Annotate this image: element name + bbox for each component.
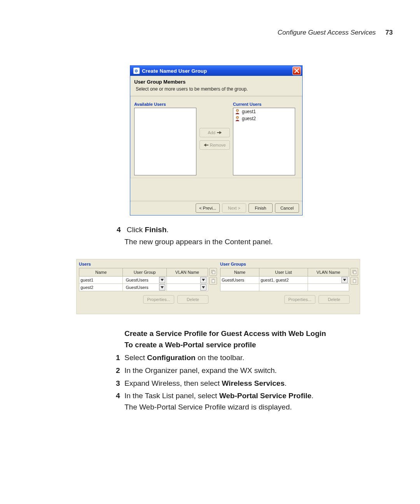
step-line: 3 Expand Wireless, then select Wireless … [124, 378, 373, 389]
vlan-combo[interactable] [168, 277, 206, 283]
step-line: 4 In the Task List panel, select Web-Por… [124, 390, 373, 402]
step-result: The Web-Portal Service Profile wizard is… [124, 402, 373, 413]
current-users-col: Current Users guest1 guest2 [233, 102, 295, 175]
wizard-footer: < Previ... Next > Finish Cancel [196, 203, 299, 213]
copy-icon-button[interactable] [350, 268, 358, 276]
panel-subtext: Select one or more users to be members o… [130, 86, 302, 96]
step-number: 2 [116, 365, 120, 376]
lists-area: Available Users Add Remove [130, 97, 302, 178]
cell-group-name: GuestUsers [220, 276, 259, 284]
add-button[interactable]: Add [200, 128, 230, 137]
available-users-label: Available Users [134, 102, 196, 107]
chevron-down-icon [341, 277, 348, 283]
cell-name: guest1 [79, 276, 123, 284]
footer-separator [130, 201, 302, 202]
step-4-suffix: . [166, 226, 168, 234]
groups-table[interactable]: Name User List VLAN Name GuestUsers gues… [220, 268, 349, 291]
properties-button[interactable]: Properties... [284, 295, 315, 304]
window-title: Create Named User Group [142, 68, 207, 74]
paste-icon-button[interactable] [209, 277, 217, 285]
step-number: 1 [116, 352, 120, 364]
section-heading-1: Create a Service Profile for Guest Acces… [124, 328, 373, 340]
page-number: 73 [385, 29, 393, 36]
chevron-down-icon [200, 284, 206, 290]
current-users-label: Current Users [233, 102, 295, 107]
user-icon [235, 116, 240, 121]
chevron-down-icon [200, 277, 206, 283]
svg-rect-9 [354, 279, 355, 280]
users-table-col: Users Name User Group VLAN Name guest1 G… [79, 262, 216, 304]
page: Configure Guest Access Services 73 ⚙ Cre… [0, 0, 420, 504]
users-table[interactable]: Name User Group VLAN Name guest1 GuestUs… [79, 268, 208, 291]
create-user-group-dialog: ⚙ Create Named User Group User Group Mem… [130, 65, 303, 215]
lower-body: Create a Service Profile for Guest Acces… [124, 328, 373, 413]
user-icon [235, 109, 240, 114]
next-button[interactable]: Next > [222, 203, 246, 213]
copy-icon-button[interactable] [209, 268, 217, 276]
properties-button[interactable]: Properties... [143, 295, 174, 304]
step-number: 3 [116, 378, 120, 389]
col-user-group[interactable]: User Group [123, 268, 166, 276]
available-users-col: Available Users [134, 102, 196, 175]
delete-button[interactable]: Delete [318, 295, 350, 304]
cancel-button[interactable]: Cancel [275, 203, 299, 213]
users-table-title: Users [79, 262, 216, 266]
col-name[interactable]: Name [79, 268, 123, 276]
remove-button-label: Remove [210, 143, 226, 147]
col-vlan[interactable]: VLAN Name [166, 268, 208, 276]
paste-icon-button[interactable] [350, 277, 358, 285]
svg-rect-3 [212, 271, 215, 274]
cell-vlan [166, 276, 208, 284]
col-user-list[interactable]: User List [259, 268, 308, 276]
list-item-label: guest1 [242, 109, 256, 114]
cell-name: guest2 [79, 284, 123, 291]
table-row[interactable]: guest1 GuestUsers [79, 276, 208, 284]
arrow-right-icon [217, 131, 222, 135]
list-item[interactable]: guest2 [233, 115, 295, 122]
groups-footer: Properties... Delete [220, 295, 357, 304]
step-4-line: 4 Click Finish. [117, 226, 169, 234]
cell-user-list: guest1, guest2 [259, 276, 308, 284]
table-row[interactable]: guest2 GuestUsers [79, 284, 208, 291]
chevron-down-icon [159, 284, 165, 290]
svg-point-1 [236, 116, 239, 119]
previous-button[interactable]: < Previ... [196, 203, 220, 213]
cell-group: GuestUsers [123, 284, 166, 291]
finish-button[interactable]: Finish [248, 203, 273, 213]
users-side-buttons [209, 268, 216, 285]
table-row [220, 284, 349, 291]
groups-side-buttons [350, 268, 357, 285]
close-button[interactable] [292, 66, 301, 75]
cell-group: GuestUsers [123, 276, 166, 284]
step-number: 4 [116, 390, 120, 402]
groups-table-title: User Groups [220, 262, 357, 266]
step-number: 4 [117, 226, 121, 234]
vlan-combo[interactable] [309, 277, 348, 283]
current-users-listbox[interactable]: guest1 guest2 [233, 108, 295, 175]
svg-point-0 [236, 109, 239, 112]
group-combo[interactable]: GuestUsers [124, 284, 165, 290]
step-line: 2 In the Organizer panel, expand the WX … [124, 365, 373, 376]
svg-rect-8 [353, 279, 356, 283]
add-button-label: Add [208, 130, 215, 135]
col-group-vlan[interactable]: VLAN Name [308, 268, 349, 276]
group-combo[interactable]: GuestUsers [124, 277, 165, 283]
list-item[interactable]: guest1 [233, 108, 295, 115]
col-group-name[interactable]: Name [220, 268, 259, 276]
table-row[interactable]: GuestUsers guest1, guest2 [220, 276, 349, 284]
remove-button[interactable]: Remove [200, 140, 230, 150]
step-4-prefix: Click [127, 226, 145, 234]
cell-group-vlan [308, 276, 349, 284]
available-users-listbox[interactable] [134, 108, 196, 175]
transfer-buttons: Add Remove [200, 102, 230, 175]
titlebar[interactable]: ⚙ Create Named User Group [130, 66, 302, 76]
cell-vlan [166, 284, 208, 291]
svg-rect-4 [212, 279, 215, 283]
vlan-combo[interactable] [168, 284, 206, 290]
step-4-bold: Finish [145, 226, 166, 234]
groups-table-col: User Groups Name User List VLAN Name Gue… [220, 262, 357, 304]
delete-button[interactable]: Delete [177, 295, 208, 304]
app-icon: ⚙ [133, 68, 140, 74]
list-item-label: guest2 [242, 116, 256, 121]
users-groups-panel: Users Name User Group VLAN Name guest1 G… [76, 259, 360, 314]
